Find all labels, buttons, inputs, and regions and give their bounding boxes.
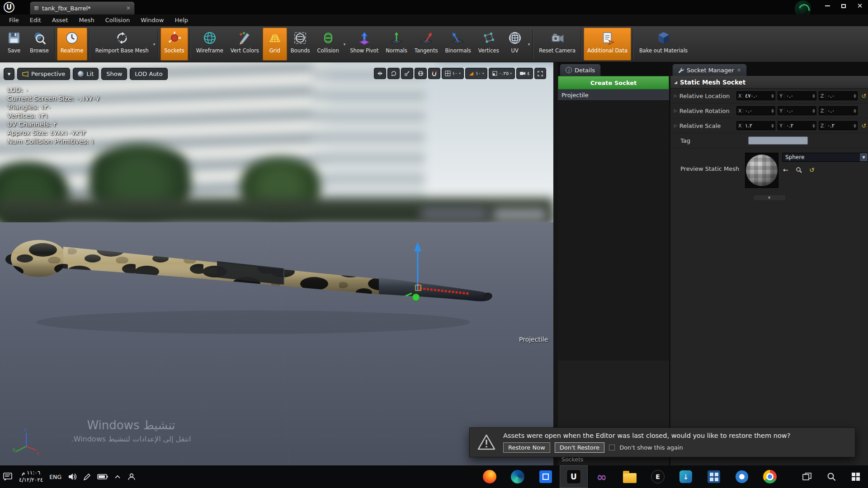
realtime-button[interactable]: Realtime (57, 28, 87, 61)
reimport-dropdown-icon[interactable]: ▾ (152, 42, 156, 47)
rotation-z-field[interactable]: Z ٠.٠ (819, 106, 858, 115)
combobox-dropdown-icon[interactable]: ▼ (859, 153, 868, 161)
hidden-icons-chevron[interactable] (114, 475, 121, 479)
battery-icon[interactable] (97, 474, 108, 480)
spinner[interactable] (811, 124, 816, 128)
additional-data-button[interactable]: Additional Data (584, 28, 631, 61)
scale-tool-button[interactable] (401, 68, 413, 79)
expand-arrow-icon[interactable]: ▷ (674, 123, 679, 128)
socket-list-item-projectile[interactable]: Projectile (558, 89, 669, 101)
spinner[interactable] (770, 109, 775, 113)
reset-to-default-icon[interactable]: ↺ (860, 93, 868, 99)
close-button[interactable]: ✕ (852, 0, 868, 12)
unreal-taskbar-button[interactable]: U (560, 465, 588, 488)
perspective-button[interactable]: Perspective (17, 68, 70, 80)
lit-button[interactable]: Lit (73, 68, 99, 80)
reset-to-default-icon[interactable]: ↺ (860, 122, 868, 129)
location-z-field[interactable]: Z ٠.٠ (819, 91, 858, 100)
location-y-field[interactable]: Y ٠.٠ (778, 91, 816, 100)
search-button[interactable] (819, 465, 844, 488)
tangents-button[interactable]: Tangents (411, 28, 442, 61)
maximize-viewport-button[interactable] (534, 68, 546, 79)
scale-x-field[interactable]: X ١.٢ (736, 121, 775, 130)
rotation-y-field[interactable]: Y ٠.٠ (778, 106, 816, 115)
grid-snap-dropdown-icon[interactable]: ▾ (459, 71, 461, 75)
tab-details[interactable]: i Details (560, 64, 601, 76)
camera-speed-button[interactable]: ٤ (516, 68, 533, 79)
scale-y-field[interactable]: Y ٠.٢ (778, 121, 816, 130)
tag-input[interactable] (748, 136, 808, 145)
file-explorer-taskbar-button[interactable] (616, 465, 644, 488)
menu-edit[interactable]: Edit (24, 14, 47, 26)
photos-taskbar-button[interactable] (532, 465, 560, 488)
language-indicator[interactable]: ENG (49, 474, 61, 480)
grid-snap-button[interactable]: ١٠ ▾ (442, 68, 464, 79)
spinner[interactable] (853, 94, 857, 98)
collision-button[interactable]: Collision (314, 28, 343, 61)
rotation-snap-dropdown-icon[interactable]: ▾ (482, 71, 484, 75)
normals-button[interactable]: Normals (382, 28, 411, 61)
preview-mesh-combobox[interactable]: Sphere ▼ (782, 153, 868, 162)
people-icon[interactable] (127, 473, 136, 481)
dont-restore-button[interactable]: Don't Restore (555, 442, 604, 453)
show-button[interactable]: Show (101, 68, 127, 80)
idm-taskbar-button[interactable]: ↓ (672, 465, 700, 488)
dont-show-again-checkbox[interactable] (609, 445, 615, 450)
tab-close-icon[interactable]: ✕ (737, 67, 741, 73)
vertices-button[interactable]: Vertices (475, 28, 503, 61)
bake-out-materials-button[interactable]: Bake out Materials (636, 28, 691, 61)
spinner[interactable] (853, 124, 857, 128)
rotation-snap-button[interactable]: ١٠ ▾ (465, 68, 487, 79)
menu-window[interactable]: Window (135, 14, 169, 26)
bounds-button[interactable]: Bounds (287, 28, 314, 61)
vert-colors-button[interactable]: Vert Colors (227, 28, 263, 61)
transform-gizmo[interactable] (401, 239, 477, 305)
menu-mesh[interactable]: Mesh (74, 14, 100, 26)
chrome-taskbar-button[interactable] (756, 465, 784, 488)
create-socket-button[interactable]: Create Socket (558, 76, 669, 89)
expand-arrow-icon[interactable]: ▷ (674, 108, 679, 113)
rotation-x-field[interactable]: X ٠.٠ (736, 106, 775, 115)
notification-center-icon[interactable] (3, 472, 13, 481)
menu-file[interactable]: File (4, 14, 24, 26)
taskbar-clock[interactable]: ١١:٠٦ م ٤/١٢/٢٠٢٤ (19, 469, 43, 483)
tab-socket-manager[interactable]: Socket Manager ✕ (672, 64, 747, 76)
browse-to-asset-icon[interactable] (796, 167, 802, 173)
surface-snap-button[interactable] (428, 68, 440, 79)
select-tool-button[interactable] (374, 68, 386, 79)
asset-tab[interactable]: tank_fbx_Barrel* ✕ (30, 1, 135, 14)
epic-launcher-taskbar-button[interactable]: E (644, 465, 672, 488)
calculator-taskbar-button[interactable] (700, 465, 728, 488)
save-button[interactable]: Save (2, 28, 26, 61)
coordinate-space-button[interactable] (415, 68, 427, 79)
uv-dropdown-icon[interactable]: ▾ (527, 42, 531, 47)
spinner[interactable] (770, 94, 775, 98)
sockets-button[interactable]: Sockets (160, 28, 188, 61)
scale-snap-button[interactable]: ٠.٢٥ ▾ (489, 68, 515, 79)
maximize-button[interactable] (835, 0, 852, 12)
menu-asset[interactable]: Asset (47, 14, 74, 26)
spinner[interactable] (770, 124, 775, 128)
expand-arrow-icon[interactable]: ▷ (674, 94, 679, 98)
wireframe-button[interactable]: Wireframe (193, 28, 227, 61)
task-view-button[interactable] (795, 465, 819, 488)
use-selected-icon[interactable]: ← (783, 166, 788, 174)
visual-studio-taskbar-button[interactable]: ∞ (588, 465, 616, 488)
spinner[interactable] (853, 109, 857, 113)
minimize-button[interactable] (819, 0, 835, 12)
lod-auto-button[interactable]: LOD Auto (130, 68, 167, 80)
binormals-button[interactable]: Binormals (441, 28, 474, 61)
rotate-tool-button[interactable] (387, 68, 400, 79)
viewport-options-button[interactable]: ▾ (4, 68, 14, 80)
grid-button[interactable]: Grid (263, 28, 287, 61)
panel-splitter[interactable] (553, 62, 558, 465)
spinner[interactable] (811, 94, 816, 98)
app-taskbar-button[interactable] (728, 465, 756, 488)
pen-icon[interactable] (83, 473, 91, 481)
firefox-taskbar-button[interactable] (476, 465, 504, 488)
menu-collision[interactable]: Collision (100, 14, 135, 26)
tab-close-icon[interactable]: ✕ (126, 5, 131, 11)
collision-dropdown-icon[interactable]: ▾ (343, 42, 347, 47)
start-button[interactable] (844, 465, 868, 488)
menu-help[interactable]: Help (169, 14, 193, 26)
